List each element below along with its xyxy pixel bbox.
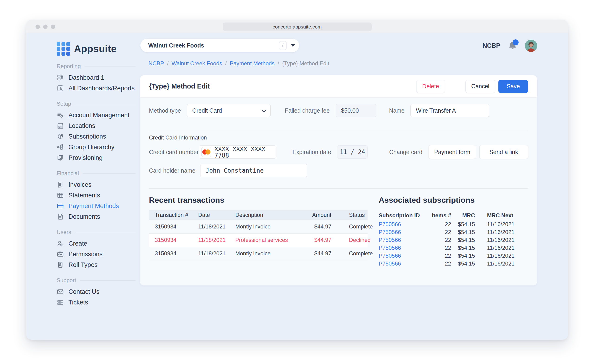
sidebar-item-payment-methods[interactable]: Payment Methods	[57, 201, 135, 211]
divider	[149, 131, 528, 131]
org-search-input[interactable]: Walnut Creek Foods /	[140, 39, 299, 52]
method-edit-card: {Type} Method Edit Delete Cancel Save Me…	[140, 75, 537, 286]
sidebar-item-account-management[interactable]: Account Management	[57, 110, 135, 120]
subscription-items-count: 22	[425, 260, 451, 268]
credit-card-icon	[57, 202, 64, 210]
subscription-mrc: $54.15	[451, 236, 475, 244]
cc-number-field[interactable]: xxxx xxxx xxxx 7788	[199, 145, 276, 159]
cancel-button[interactable]: Cancel	[466, 80, 495, 93]
sidebar-item-label: Account Management	[68, 112, 129, 119]
column-header: Amount	[294, 210, 333, 220]
breadcrumb-separator: /	[277, 60, 279, 67]
sidebar-item-subscriptions[interactable]: Subscriptions	[57, 131, 135, 142]
sidebar-item-label: Documents	[68, 213, 100, 220]
url-bar[interactable]: concerto.appsuite.com	[223, 22, 372, 31]
user-cluster: NCBP	[482, 39, 537, 52]
subscription-items-count: 22	[425, 244, 451, 252]
transaction-row: 3150934 11/18/2021 Montly invoice $44.97…	[149, 247, 368, 260]
section-label: Support	[57, 277, 76, 284]
subscription-id-link[interactable]: P750566	[379, 228, 425, 236]
sidebar-item-documents[interactable]: Documents	[57, 211, 135, 222]
card-body: Method type Credit Card Failed charge fe…	[140, 97, 537, 286]
section-divider	[84, 66, 135, 66]
document-icon	[57, 213, 64, 220]
expiration-input[interactable]	[337, 145, 368, 159]
subscription-id-link[interactable]: P750566	[379, 220, 425, 228]
sidebar-item-statements[interactable]: Statements	[57, 190, 135, 201]
sidebar-item-tickets[interactable]: Tickets	[57, 297, 135, 308]
roll-types-icon	[57, 261, 64, 268]
breadcrumb-link-ncbp[interactable]: NCBP	[148, 60, 164, 67]
sidebar-item-provisioning[interactable]: Provisioning	[57, 152, 135, 163]
payment-form-button[interactable]: Payment form	[429, 145, 476, 159]
notifications-button[interactable]	[508, 40, 517, 51]
breadcrumb-link-payment-methods[interactable]: Payment Methods	[230, 60, 275, 67]
account-management-icon	[57, 111, 64, 119]
envelope-icon	[57, 288, 64, 295]
sidebar-item-label: Group Hierarchy	[68, 144, 115, 151]
transaction-status: Complete	[333, 220, 368, 233]
transaction-amount: $44.97	[294, 247, 333, 260]
sidebar-item-locations[interactable]: Locations	[57, 120, 135, 131]
subscription-id-link[interactable]: P750566	[379, 236, 425, 244]
minimize-window-icon[interactable]	[43, 25, 47, 29]
dashboard-icon	[57, 74, 64, 81]
org-search-value: Walnut Creek Foods	[148, 42, 279, 49]
method-type-select[interactable]: Credit Card	[187, 104, 270, 117]
subscription-row: P750566 22 $54.15 11/16/2021	[379, 220, 532, 228]
sidebar-item-invoices[interactable]: Invoices	[57, 179, 135, 190]
breadcrumb-current: {Type} Method Edit	[282, 60, 329, 67]
divider	[149, 188, 528, 188]
subscription-id-link[interactable]: P750566	[379, 260, 425, 268]
bottom-section: Recent transactions Transaction # Date D…	[149, 195, 528, 268]
send-link-button[interactable]: Send a link	[479, 145, 528, 159]
statements-icon	[57, 192, 64, 199]
storefront-icon	[57, 122, 64, 130]
subscriptions-header-row: Subscription ID Items # MRC MRC Next	[379, 211, 532, 220]
save-button[interactable]: Save	[498, 80, 528, 93]
sidebar-item-roll-types[interactable]: Roll Types	[57, 260, 135, 270]
brand-logo-row[interactable]: Appsuite	[57, 42, 135, 56]
close-window-icon[interactable]	[35, 25, 40, 29]
name-input[interactable]	[411, 104, 489, 117]
subscription-id-link[interactable]: P750566	[379, 244, 425, 252]
sidebar-item-label: Provisioning	[68, 154, 102, 162]
column-header: MRC Next	[475, 211, 532, 220]
org-code-label: NCBP	[482, 42, 500, 49]
column-header: Status	[333, 210, 368, 220]
sidebar-item-all-dashboards-reports[interactable]: All Dashboards/Reports	[57, 83, 135, 94]
sidebar-item-create[interactable]: Create	[57, 238, 135, 249]
card-holder-input[interactable]	[200, 164, 307, 177]
sidebar-section-financial: Financial Invoices Statements Payment Me…	[57, 170, 135, 222]
subscription-mrc-next: 11/16/2021	[475, 244, 532, 252]
subscription-id-link[interactable]: P750566	[379, 252, 425, 260]
notification-badge	[513, 39, 519, 46]
breadcrumb-separator: /	[167, 60, 169, 67]
chevron-down-icon[interactable]	[291, 44, 295, 47]
transactions-table: Transaction # Date Description Amount St…	[149, 210, 368, 260]
failed-fee-input[interactable]	[336, 104, 376, 117]
transaction-number: 3150934	[149, 220, 192, 233]
subscription-mrc: $54.15	[451, 252, 475, 260]
breadcrumb-separator: /	[225, 60, 227, 67]
transaction-status: Declined	[333, 233, 368, 247]
transaction-date: 11/18/2021	[192, 233, 230, 247]
avatar-photo	[525, 40, 537, 52]
subscription-items-count: 22	[425, 228, 451, 236]
delete-button[interactable]: Delete	[416, 80, 445, 93]
subscription-items-count: 22	[425, 236, 451, 244]
user-avatar[interactable]	[525, 40, 537, 52]
transaction-description: Professional services	[230, 233, 294, 247]
sidebar-item-dashboard-1[interactable]: Dashboard 1	[57, 72, 135, 83]
breadcrumb-link-walnut-creek-foods[interactable]: Walnut Creek Foods	[171, 60, 222, 67]
tickets-icon	[57, 299, 64, 306]
window-controls[interactable]	[35, 25, 55, 29]
name-label: Name	[389, 107, 405, 114]
subscription-mrc: $54.15	[451, 244, 475, 252]
sidebar-item-contact-us[interactable]: Contact Us	[57, 286, 135, 297]
sidebar-item-label: Create	[68, 240, 87, 247]
sidebar-item-permissions[interactable]: Permissions	[57, 249, 135, 260]
maximize-window-icon[interactable]	[51, 25, 55, 29]
column-header: Date	[192, 210, 230, 220]
sidebar-item-group-hierarchy[interactable]: Group Hierarchy	[57, 142, 135, 152]
